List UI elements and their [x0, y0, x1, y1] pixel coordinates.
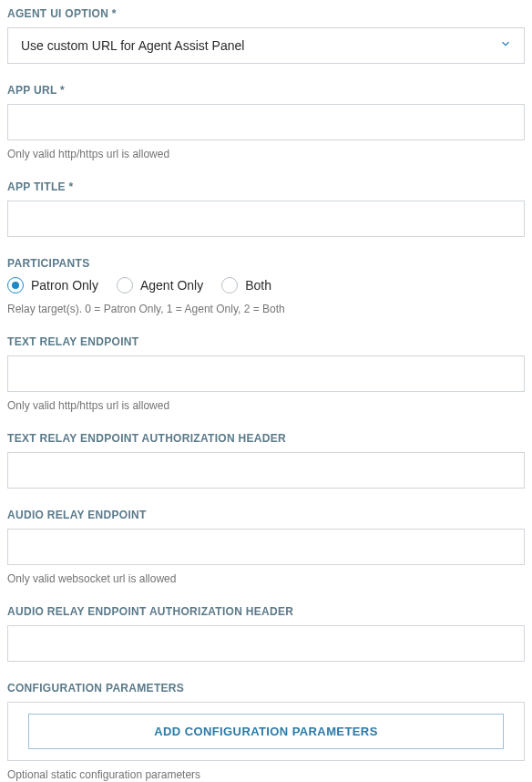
audio-relay-endpoint-input[interactable] [7, 529, 525, 565]
agent-ui-option-group: AGENT UI OPTION * Use custom URL for Age… [7, 7, 525, 64]
text-relay-auth-group: TEXT RELAY ENDPOINT AUTHORIZATION HEADER [7, 432, 525, 489]
radio-patron-only-label: Patron Only [31, 278, 98, 293]
radio-circle-icon [117, 277, 133, 293]
app-title-label: APP TITLE * [7, 180, 525, 193]
radio-agent-only[interactable]: Agent Only [117, 277, 203, 293]
participants-helper: Relay target(s). 0 = Patron Only, 1 = Ag… [7, 303, 525, 315]
app-url-label: APP URL * [7, 84, 525, 97]
audio-relay-auth-input[interactable] [7, 625, 525, 662]
app-title-input[interactable] [7, 201, 525, 237]
audio-relay-auth-label: AUDIO RELAY ENDPOINT AUTHORIZATION HEADE… [7, 605, 525, 618]
config-params-group: CONFIGURATION PARAMETERS ADD CONFIGURATI… [7, 682, 525, 781]
radio-dot-icon [12, 282, 19, 289]
radio-both[interactable]: Both [221, 277, 271, 293]
radio-circle-icon [221, 277, 238, 293]
config-params-box: ADD CONFIGURATION PARAMETERS [7, 702, 525, 761]
config-params-label: CONFIGURATION PARAMETERS [7, 682, 525, 695]
audio-relay-endpoint-label: AUDIO RELAY ENDPOINT [7, 509, 525, 521]
radio-patron-only[interactable]: Patron Only [7, 277, 98, 293]
app-url-group: APP URL * Only valid http/https url is a… [7, 84, 525, 160]
text-relay-auth-label: TEXT RELAY ENDPOINT AUTHORIZATION HEADER [7, 432, 525, 445]
add-configuration-parameters-button[interactable]: ADD CONFIGURATION PARAMETERS [28, 714, 504, 749]
text-relay-auth-input[interactable] [7, 452, 525, 489]
audio-relay-endpoint-group: AUDIO RELAY ENDPOINT Only valid websocke… [7, 509, 525, 585]
app-url-input[interactable] [7, 104, 525, 140]
config-params-helper: Optional static configuration parameters [7, 768, 525, 781]
participants-radio-group: Patron Only Agent Only Both [7, 277, 525, 293]
app-title-group: APP TITLE * [7, 180, 525, 237]
participants-group: PARTICIPANTS Patron Only Agent Only Both… [7, 257, 525, 315]
agent-ui-option-value: Use custom URL for Agent Assist Panel [7, 27, 525, 64]
audio-relay-endpoint-helper: Only valid websocket url is allowed [7, 572, 525, 585]
participants-label: PARTICIPANTS [7, 257, 525, 270]
text-relay-endpoint-input[interactable] [7, 355, 525, 392]
radio-both-label: Both [245, 278, 271, 293]
app-url-helper: Only valid http/https url is allowed [7, 148, 525, 160]
agent-ui-option-select[interactable]: Use custom URL for Agent Assist Panel [7, 27, 525, 64]
audio-relay-auth-group: AUDIO RELAY ENDPOINT AUTHORIZATION HEADE… [7, 605, 525, 662]
agent-ui-option-label: AGENT UI OPTION * [7, 7, 525, 20]
text-relay-endpoint-group: TEXT RELAY ENDPOINT Only valid http/http… [7, 335, 525, 412]
radio-circle-icon [7, 277, 24, 293]
text-relay-endpoint-label: TEXT RELAY ENDPOINT [7, 335, 525, 348]
radio-agent-only-label: Agent Only [140, 278, 203, 293]
text-relay-endpoint-helper: Only valid http/https url is allowed [7, 399, 525, 412]
